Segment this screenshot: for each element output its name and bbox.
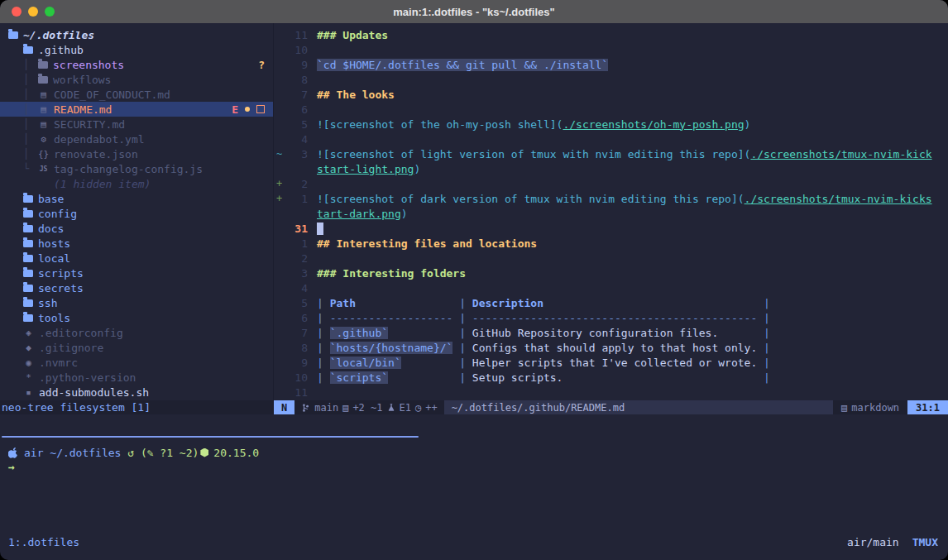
editor-line[interactable]: ~3![screenshot of light version of tmux … [274,146,948,161]
line-number: 1 [288,193,308,205]
tree-item-base[interactable]: base [0,191,273,206]
file-tree[interactable]: ~/.dotfiles.github│screenshots?│workflow… [0,23,273,400]
gutter-git-sign: ~ [274,148,288,160]
tree-item-add-submodules-sh[interactable]: ▪add-submodules.sh [0,385,273,400]
shell-pane[interactable]: air ~/.dotfiles ↺ (✎ ?1 ~2) 20.15.0 → [0,438,948,536]
editor-buffer[interactable]: 11### Updates109`cd $HOME/.dotfiles && g… [274,23,948,400]
tree-item-label: base [38,193,64,205]
editor-line[interactable]: 6 [274,102,948,117]
line-text: | `scripts` | Setup scripts. | [317,371,770,384]
line-number: 10 [288,371,308,384]
nvim-editor-pane: 11### Updates109`cd $HOME/.dotfiles && g… [273,23,948,414]
editor-line[interactable]: 9`cd $HOME/.dotfiles && git pull && ./in… [274,57,948,72]
line-text: start-light.png) [317,163,420,175]
editor-line[interactable]: 7| `.github` | GitHub Repository configu… [274,325,948,340]
editor-line[interactable]: 7## The looks [274,87,948,102]
text-cursor [317,223,323,235]
minimize-button[interactable] [28,7,38,17]
editor-line[interactable]: +1![screenshot of dark version of tmux w… [274,191,948,206]
editorconfig-icon: ◈ [23,328,34,338]
tmux-pane-divider[interactable] [2,436,419,438]
tree-item-screenshots[interactable]: │screenshots? [0,57,273,72]
tmux-label: TMUX [912,536,938,548]
editor-line[interactable]: 2 [274,251,948,266]
line-number: 9 [288,357,308,369]
folder-icon [38,61,48,69]
folder-open-icon [23,46,33,54]
line-text: ### Updates [317,29,388,41]
editor-line[interactable]: 4 [274,280,948,295]
tree-item-config[interactable]: config [0,206,273,221]
tree-item-editorconfig[interactable]: ◈.editorconfig [0,325,273,340]
tree-item-label: config [38,208,77,220]
line-text: | `.github` | GitHub Repository configur… [317,327,770,339]
editor-line[interactable]: 6| ------------------- | ---------------… [274,310,948,325]
line-number: 1 [288,237,308,250]
line-number: 9 [288,59,308,71]
editor-line[interactable]: 1## Interesting files and locations [274,236,948,251]
folder-icon [23,210,33,218]
tree-item-docs[interactable]: docs [0,221,273,236]
editor-line[interactable]: 31 [274,221,948,236]
tree-item-github[interactable]: .github [0,42,273,57]
tmux-window-tab[interactable]: 1:.dotfiles [8,536,79,548]
editor-line[interactable]: 8| `hosts/{hostname}/` | Configs that sh… [274,340,948,355]
tree-item-hosts[interactable]: hosts [0,236,273,251]
tmux-session-name: air/main [847,536,899,548]
nvim-command-line[interactable] [0,414,948,436]
fullscreen-button[interactable] [45,7,55,17]
line-number: 4 [288,133,308,146]
tree-item-renovate-json[interactable]: │{}renovate.json [0,146,273,161]
tree-item-label: tag-changelog-config.js [54,163,203,175]
tree-item-dotfiles[interactable]: ~/.dotfiles [0,27,273,42]
tree-item-workflows[interactable]: │workflows [0,72,273,87]
neotree-statusline: neo-tree filesystem [1] [0,400,273,414]
node-version: 20.15.0 [213,447,259,459]
tree-item-tag-changelog-config-js[interactable]: └JStag-changelog-config.js [0,161,273,176]
tree-item-security-md[interactable]: │▤SECURITY.md [0,117,273,132]
tree-item-code-of-conduct-md[interactable]: │▤CODE_OF_CONDUCT.md [0,87,273,102]
editor-line[interactable]: tart-dark.png) [274,206,948,221]
editor-line[interactable]: 10 [274,42,948,57]
editor-line[interactable]: 4 [274,132,948,146]
line-text: | `hosts/{hostname}/` | Configs that sho… [317,342,770,354]
editor-line[interactable]: 10| `scripts` | Setup scripts. | [274,370,948,385]
line-text: | `local/bin` | Helper scripts that I've… [317,357,770,369]
tree-item-ssh[interactable]: ssh [0,295,273,310]
editor-line[interactable]: 3### Interesting folders [274,266,948,280]
editor-line[interactable]: 11### Updates [274,27,948,42]
tree-item-dependabot-yml[interactable]: │⚙dependabot.yml [0,132,273,146]
close-button[interactable] [12,7,22,17]
tree-item-secrets[interactable]: secrets [0,280,273,295]
tree-item-local[interactable]: local [0,251,273,266]
editor-line[interactable]: +2 [274,176,948,191]
tree-item-gitignore[interactable]: ◆.gitignore [0,340,273,355]
folder-icon [23,255,33,262]
editor-line[interactable]: 11 [274,385,948,400]
tree-item-label: local [38,252,70,265]
tree-guide: │ [23,103,38,115]
editor-line[interactable]: start-light.png) [274,161,948,176]
tree-guide: │ [23,118,38,130]
terminal-window: main:1:.dotfiles - "ks~/.dotfiles" ~/.do… [0,0,948,560]
tree-item-1-hidden-item[interactable]: (1 hidden item) [0,176,273,191]
line-text: | Path | Description | [317,297,770,309]
editor-line[interactable]: 5| Path | Description | [274,295,948,310]
tree-item-nvmrc[interactable]: ◉.nvmrc [0,355,273,370]
shell-git-status: (✎ ?1 ~2) [141,447,199,459]
tree-item-tools[interactable]: tools [0,310,273,325]
editor-line[interactable]: 9| `local/bin` | Helper scripts that I'v… [274,355,948,370]
file-path: ~/.dotfiles/.github/README.md [444,400,833,414]
tree-item-label: tools [38,312,70,324]
window-title: main:1:.dotfiles - "ks~/.dotfiles" [393,6,554,18]
tree-item-readme-md[interactable]: │▤README.mdE [0,102,273,117]
line-number: 3 [288,267,308,280]
shell-prompt: air ~/.dotfiles ↺ (✎ ?1 ~2) 20.15.0 [8,445,948,460]
editor-line[interactable]: 5![screenshot of the oh-my-posh shell](.… [274,117,948,132]
badge-b-sq [256,105,265,113]
tree-item-scripts[interactable]: scripts [0,266,273,280]
tree-item-label: ssh [38,297,57,309]
tree-item-python-version[interactable]: *.python-version [0,370,273,385]
editor-line[interactable]: 8 [274,72,948,87]
titlebar: main:1:.dotfiles - "ks~/.dotfiles" [0,0,948,23]
